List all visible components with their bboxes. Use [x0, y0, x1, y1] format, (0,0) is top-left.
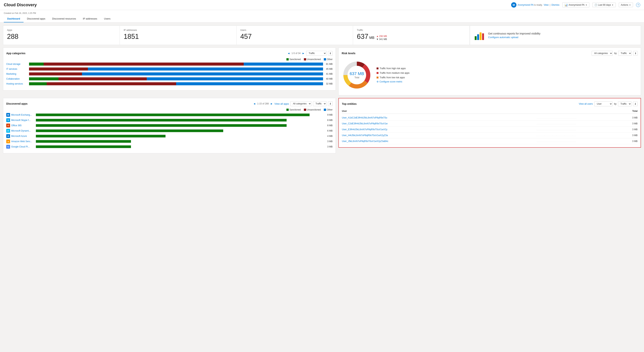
- prev-btn[interactable]: ◄: [287, 52, 290, 55]
- entity-dots: ........................................…: [485, 134, 628, 137]
- bar-row: Marketing 41 MB: [6, 72, 332, 75]
- app-name[interactable]: Microsoft Exchang...: [11, 114, 36, 116]
- configure-score-link[interactable]: ⚙ Configure score metric: [376, 80, 410, 83]
- tab-discovered-resources[interactable]: Discovered resources: [49, 15, 80, 22]
- risk-traffic-dropdown[interactable]: Traffic: [618, 51, 632, 56]
- unsanctioned-bar2: [117, 77, 147, 80]
- apps-traffic-dropdown[interactable]: Traffic: [313, 101, 326, 106]
- app-icon: O: [6, 124, 10, 127]
- entity-value: 3 MB: [628, 128, 638, 131]
- next-btn[interactable]: ►: [302, 52, 305, 55]
- other-color-dot: [324, 58, 326, 60]
- bar-value: 81 MB: [323, 63, 332, 65]
- categories-legend: Sanctioned Unsanctioned Other: [6, 58, 332, 61]
- risk-category-dropdown[interactable]: All categories: [592, 51, 613, 56]
- help-button[interactable]: ?: [636, 3, 640, 7]
- stat-traffic-value: 637 MB: [357, 33, 374, 40]
- alert-message: Anonymized PA is ready.: [518, 3, 543, 6]
- app-name[interactable]: Office 365: [11, 124, 36, 127]
- donut-legend-wrap: Traffic from high risk apps Traffic from…: [376, 67, 410, 83]
- sanctioned-bar: [29, 82, 47, 85]
- discovered-apps-title: Discovered apps: [6, 102, 28, 105]
- download-button[interactable]: ⬇: [633, 51, 638, 55]
- arrow-up-icon: ▲: [376, 35, 378, 37]
- donut-label: Total: [350, 76, 364, 79]
- entity-name[interactable]: User_H4iJ5kL6mN7oP8qR9sT0uV1wX2yZ3a: [342, 134, 485, 137]
- traffic-up: ▲ 296 MB: [376, 35, 387, 37]
- apps-category-dropdown[interactable]: All categories: [290, 101, 312, 106]
- bar-label[interactable]: Cloud storage: [6, 63, 29, 65]
- by-label: by: [614, 52, 617, 55]
- next-btn[interactable]: ►: [270, 102, 273, 105]
- unsanctioned-bar: [29, 67, 52, 70]
- view-all-apps-link[interactable]: View all apps: [274, 102, 289, 105]
- bar-label[interactable]: Marketing: [6, 73, 29, 75]
- alert-dismiss-link[interactable]: Dismiss: [552, 3, 559, 6]
- app-bar-segment: [36, 140, 131, 143]
- stat-apps-value: 288: [7, 33, 116, 40]
- unsanctioned-dot: [304, 109, 306, 111]
- app-icon: S: [6, 118, 10, 122]
- app-name[interactable]: Amazon Web Serv...: [11, 140, 36, 143]
- stat-users-value: 457: [240, 33, 349, 40]
- app-name[interactable]: Microsoft Azure: [11, 135, 36, 137]
- legend-item: Traffic from low risk apps: [376, 76, 410, 79]
- download-button[interactable]: ⬇: [633, 102, 638, 106]
- configure-upload-link[interactable]: Configure automatic upload: [488, 36, 540, 39]
- other-bar: [147, 77, 323, 80]
- entity-name[interactable]: User_E3fH4iJ5kL6mN7oP8qR9sT0uV1wX2y: [342, 128, 485, 131]
- categories-traffic-dropdown[interactable]: Traffic Users Transactions: [306, 51, 326, 56]
- entity-name[interactable]: User_A1bC2dE3fH4iJ5kL6mN7oP8qR9sT0u: [342, 116, 485, 119]
- actions-dropdown[interactable]: Actions ▼: [619, 3, 633, 7]
- svg-rect-1: [477, 34, 479, 40]
- view-all-users-link[interactable]: View all users: [579, 103, 593, 105]
- alert-view-link[interactable]: View: [544, 3, 548, 6]
- legend-other: Other: [324, 108, 332, 111]
- app-bar: [36, 114, 324, 116]
- entity-name[interactable]: User_J5kL6mN7oP8qR9sT0uV1wX2yZ3aB4c: [342, 140, 485, 143]
- bar-label[interactable]: IT services: [6, 68, 29, 70]
- list-item: User_J5kL6mN7oP8qR9sT0uV1wX2yZ3aB4c ....…: [342, 138, 638, 144]
- prev-btn[interactable]: ◄: [253, 102, 256, 105]
- tab-users[interactable]: Users: [100, 15, 114, 22]
- stats-row: Apps 288 IP addresses 1851 Users 457 Tra…: [3, 26, 641, 45]
- tab-ip-addresses[interactable]: IP addresses: [79, 15, 100, 22]
- bar-value: 32 MB: [323, 82, 332, 85]
- risk-controls: All categories by Traffic ⬇: [592, 51, 638, 56]
- bar-container: [29, 72, 323, 75]
- banner-text: Get continuous reports for improved visi…: [488, 32, 540, 35]
- download-button[interactable]: ⬇: [328, 51, 332, 55]
- risk-levels-title: Risk levels: [342, 52, 355, 55]
- bar-label[interactable]: Collaboration: [6, 78, 29, 80]
- bar-label[interactable]: Hosting services: [6, 82, 29, 85]
- entity-name[interactable]: User_C2dE3fH4iJ5kL6mN7oP8qR9sT0uV1w: [342, 122, 485, 125]
- entities-controls: View all users User IP address by Traffi…: [579, 101, 638, 106]
- app-icon: M: [6, 113, 10, 117]
- app-categories-controls: ◄ 1-5 of 34 ► Traffic Users Transactions…: [287, 51, 332, 56]
- download-button[interactable]: ⬇: [328, 101, 332, 106]
- stat-traffic-label: Traffic: [357, 29, 466, 31]
- tab-discovered-apps[interactable]: Discovered apps: [24, 15, 49, 22]
- app-icon: D: [6, 129, 10, 133]
- header: Cloud Discovery M Anonymized PA is ready…: [0, 0, 644, 10]
- app-name[interactable]: Google Cloud Pl...: [11, 145, 36, 148]
- timerange-dropdown[interactable]: 🕐 Last 90 days ▼: [592, 3, 616, 7]
- entity-traffic-dropdown[interactable]: Traffic: [618, 101, 632, 106]
- discovered-apps-panel: Discovered apps ◄ 1-15 of 288 ► View all…: [3, 98, 336, 153]
- list-item: O Office 365 8 MB: [6, 124, 332, 127]
- sanctioned-dot: [286, 109, 289, 111]
- app-name[interactable]: Microsoft Dynami...: [11, 130, 36, 132]
- tab-dashboard[interactable]: Dashboard: [4, 15, 24, 22]
- app-name[interactable]: Microsoft Skype f...: [11, 119, 36, 122]
- apps-list: M Microsoft Exchang... 9 MB S Microsoft …: [6, 113, 332, 149]
- unsanctioned-bar: [44, 63, 244, 66]
- high-risk-color: [376, 67, 378, 69]
- subheader: Created on Feb 16, 2023, 1:25 PM Dashboa…: [0, 10, 644, 22]
- stat-apps-label: Apps: [7, 29, 116, 31]
- profile-dropdown[interactable]: 📊 Anonymized PA ▼: [562, 2, 589, 7]
- entity-value: 3 MB: [628, 122, 638, 125]
- arrow-down-icon: ▼: [376, 38, 378, 40]
- entity-type-dropdown[interactable]: User IP address: [594, 101, 612, 106]
- app-bar-segment: [36, 119, 286, 122]
- bar-value: 40 MB: [323, 78, 332, 80]
